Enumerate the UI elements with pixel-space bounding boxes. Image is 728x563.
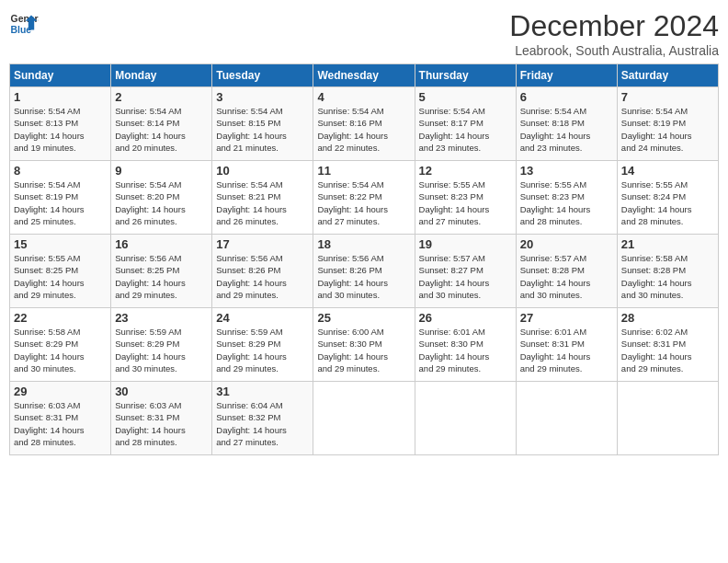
day-info: Sunrise: 5:55 AM Sunset: 8:25 PM Dayligh… [14,252,107,301]
day-number: 27 [520,311,613,325]
calendar-week-3: 15Sunrise: 5:55 AM Sunset: 8:25 PM Dayli… [10,235,719,308]
table-row: 21Sunrise: 5:58 AM Sunset: 8:28 PM Dayli… [617,235,718,308]
day-number: 24 [216,311,309,325]
header-saturday: Saturday [617,64,718,87]
day-number: 12 [419,164,512,178]
table-row: 3Sunrise: 5:54 AM Sunset: 8:15 PM Daylig… [212,87,313,161]
day-info: Sunrise: 6:02 AM Sunset: 8:31 PM Dayligh… [621,326,714,374]
table-row: 18Sunrise: 5:56 AM Sunset: 8:26 PM Dayli… [313,235,415,308]
day-info: Sunrise: 5:55 AM Sunset: 8:23 PM Dayligh… [520,178,613,227]
table-row: 7Sunrise: 5:54 AM Sunset: 8:19 PM Daylig… [617,87,718,161]
day-info: Sunrise: 5:57 AM Sunset: 8:27 PM Dayligh… [419,252,512,301]
table-row: 14Sunrise: 5:55 AM Sunset: 8:24 PM Dayli… [617,161,718,235]
day-info: Sunrise: 5:54 AM Sunset: 8:13 PM Dayligh… [14,105,107,154]
day-info: Sunrise: 5:54 AM Sunset: 8:19 PM Dayligh… [14,178,107,227]
table-row [313,382,415,455]
table-row: 19Sunrise: 5:57 AM Sunset: 8:27 PM Dayli… [415,235,516,308]
table-row: 17Sunrise: 5:56 AM Sunset: 8:26 PM Dayli… [212,235,313,308]
day-info: Sunrise: 5:57 AM Sunset: 8:28 PM Dayligh… [520,252,613,301]
day-number: 1 [14,90,107,104]
table-row: 15Sunrise: 5:55 AM Sunset: 8:25 PM Dayli… [10,235,111,308]
day-info: Sunrise: 5:59 AM Sunset: 8:29 PM Dayligh… [216,326,309,374]
day-info: Sunrise: 5:54 AM Sunset: 8:18 PM Dayligh… [520,105,613,154]
day-info: Sunrise: 5:59 AM Sunset: 8:29 PM Dayligh… [115,326,208,374]
day-info: Sunrise: 6:01 AM Sunset: 8:31 PM Dayligh… [520,326,613,374]
header-monday: Monday [111,64,212,87]
table-row: 27Sunrise: 6:01 AM Sunset: 8:31 PM Dayli… [516,308,617,382]
day-number: 30 [115,385,208,398]
day-number: 6 [520,90,613,104]
day-number: 22 [14,311,107,325]
day-info: Sunrise: 5:56 AM Sunset: 8:25 PM Dayligh… [115,252,208,301]
table-row: 22Sunrise: 5:58 AM Sunset: 8:29 PM Dayli… [10,308,111,382]
header-friday: Friday [516,64,617,87]
day-info: Sunrise: 6:00 AM Sunset: 8:30 PM Dayligh… [317,326,410,374]
day-info: Sunrise: 5:56 AM Sunset: 8:26 PM Dayligh… [216,252,309,301]
day-info: Sunrise: 5:56 AM Sunset: 8:26 PM Dayligh… [317,252,410,301]
day-number: 29 [14,385,107,398]
day-info: Sunrise: 6:03 AM Sunset: 8:31 PM Dayligh… [14,399,107,448]
day-number: 7 [621,90,714,104]
day-number: 14 [621,164,714,178]
table-row: 1Sunrise: 5:54 AM Sunset: 8:13 PM Daylig… [10,87,111,161]
calendar-week-4: 22Sunrise: 5:58 AM Sunset: 8:29 PM Dayli… [10,308,719,382]
day-number: 4 [317,90,410,104]
day-info: Sunrise: 5:55 AM Sunset: 8:24 PM Dayligh… [621,178,714,227]
day-info: Sunrise: 6:01 AM Sunset: 8:30 PM Dayligh… [419,326,512,374]
day-number: 31 [216,385,309,398]
day-number: 15 [14,237,107,251]
calendar-week-2: 8Sunrise: 5:54 AM Sunset: 8:19 PM Daylig… [10,161,719,235]
title-block: December 2024 Leabrook, South Australia,… [509,9,719,58]
day-info: Sunrise: 5:54 AM Sunset: 8:14 PM Dayligh… [115,105,208,154]
day-number: 2 [115,90,208,104]
day-info: Sunrise: 5:54 AM Sunset: 8:22 PM Dayligh… [317,178,410,227]
table-row: 30Sunrise: 6:03 AM Sunset: 8:31 PM Dayli… [111,382,212,455]
month-title: December 2024 [509,9,719,43]
header-sunday: Sunday [10,64,111,87]
table-row: 4Sunrise: 5:54 AM Sunset: 8:16 PM Daylig… [313,87,415,161]
table-row: 20Sunrise: 5:57 AM Sunset: 8:28 PM Dayli… [516,235,617,308]
table-row: 24Sunrise: 5:59 AM Sunset: 8:29 PM Dayli… [212,308,313,382]
table-row [415,382,516,455]
day-number: 9 [115,164,208,178]
day-number: 20 [520,237,613,251]
table-row: 16Sunrise: 5:56 AM Sunset: 8:25 PM Dayli… [111,235,212,308]
header-wednesday: Wednesday [313,64,415,87]
header-tuesday: Tuesday [212,64,313,87]
table-row: 12Sunrise: 5:55 AM Sunset: 8:23 PM Dayli… [415,161,516,235]
day-number: 17 [216,237,309,251]
day-info: Sunrise: 5:58 AM Sunset: 8:29 PM Dayligh… [14,326,107,374]
day-number: 18 [317,237,410,251]
day-number: 26 [419,311,512,325]
table-row: 9Sunrise: 5:54 AM Sunset: 8:20 PM Daylig… [111,161,212,235]
day-number: 19 [419,237,512,251]
table-row: 26Sunrise: 6:01 AM Sunset: 8:30 PM Dayli… [415,308,516,382]
calendar-table: Sunday Monday Tuesday Wednesday Thursday… [9,63,719,455]
calendar-week-5: 29Sunrise: 6:03 AM Sunset: 8:31 PM Dayli… [10,382,719,455]
day-number: 11 [317,164,410,178]
day-info: Sunrise: 6:03 AM Sunset: 8:31 PM Dayligh… [115,399,208,448]
table-row: 25Sunrise: 6:00 AM Sunset: 8:30 PM Dayli… [313,308,415,382]
table-row [617,382,718,455]
table-row: 8Sunrise: 5:54 AM Sunset: 8:19 PM Daylig… [10,161,111,235]
day-number: 13 [520,164,613,178]
day-info: Sunrise: 5:54 AM Sunset: 8:20 PM Dayligh… [115,178,208,227]
table-row: 11Sunrise: 5:54 AM Sunset: 8:22 PM Dayli… [313,161,415,235]
day-info: Sunrise: 5:54 AM Sunset: 8:17 PM Dayligh… [419,105,512,154]
day-number: 10 [216,164,309,178]
day-info: Sunrise: 5:54 AM Sunset: 8:15 PM Dayligh… [216,105,309,154]
logo: General Blue [9,9,39,39]
day-info: Sunrise: 5:55 AM Sunset: 8:23 PM Dayligh… [419,178,512,227]
table-row: 29Sunrise: 6:03 AM Sunset: 8:31 PM Dayli… [10,382,111,455]
day-number: 23 [115,311,208,325]
day-number: 3 [216,90,309,104]
location-subtitle: Leabrook, South Australia, Australia [509,43,719,58]
calendar-header-row: Sunday Monday Tuesday Wednesday Thursday… [10,64,719,87]
table-row: 13Sunrise: 5:55 AM Sunset: 8:23 PM Dayli… [516,161,617,235]
table-row: 23Sunrise: 5:59 AM Sunset: 8:29 PM Dayli… [111,308,212,382]
day-info: Sunrise: 5:54 AM Sunset: 8:19 PM Dayligh… [621,105,714,154]
calendar-week-1: 1Sunrise: 5:54 AM Sunset: 8:13 PM Daylig… [10,87,719,161]
day-number: 5 [419,90,512,104]
day-info: Sunrise: 6:04 AM Sunset: 8:32 PM Dayligh… [216,399,309,448]
day-info: Sunrise: 5:58 AM Sunset: 8:28 PM Dayligh… [621,252,714,301]
